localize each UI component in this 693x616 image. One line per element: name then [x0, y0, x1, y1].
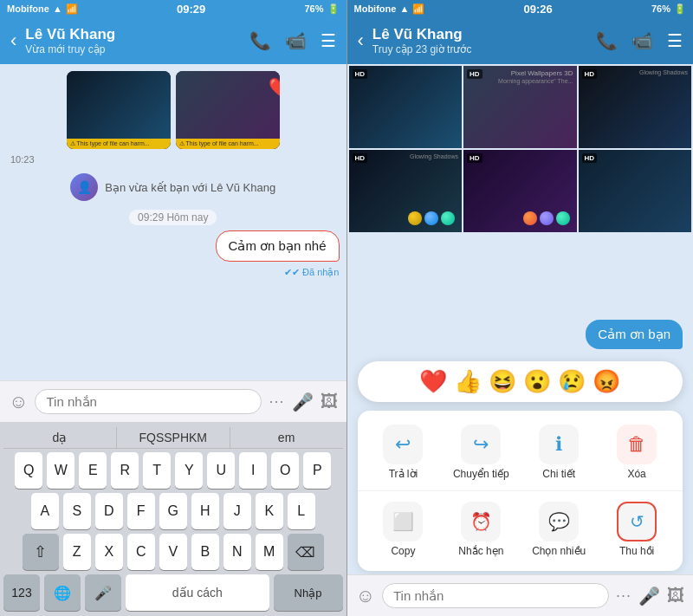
- pred-word-3[interactable]: em: [230, 427, 343, 448]
- right-video-icon[interactable]: 📹: [631, 30, 653, 51]
- key-y[interactable]: Y: [175, 452, 203, 489]
- key-numbers[interactable]: 123: [3, 574, 40, 611]
- wp-cell-3: HD Glowing Shadows: [579, 66, 692, 148]
- right-back-button[interactable]: ‹: [358, 29, 364, 52]
- video-icon[interactable]: 📹: [285, 30, 307, 51]
- key-f[interactable]: F: [127, 493, 155, 529]
- key-x[interactable]: X: [95, 534, 123, 570]
- action-delete[interactable]: 🗑 Xóa: [606, 425, 667, 480]
- key-mic[interactable]: 🎤: [85, 574, 121, 611]
- media-thumb-2[interactable]: HD ⚠ This type of file can harm... ❤️: [176, 71, 280, 149]
- menu-icon[interactable]: ☰: [321, 30, 336, 51]
- reaction-haha[interactable]: 😆: [489, 368, 516, 395]
- reaction-angry[interactable]: 😡: [593, 368, 620, 395]
- key-b[interactable]: B: [191, 534, 219, 570]
- left-battery-level: 76%: [304, 3, 323, 14]
- phone-icon[interactable]: 📞: [249, 30, 271, 51]
- right-message-input[interactable]: [382, 583, 609, 608]
- key-o[interactable]: O: [271, 452, 299, 489]
- action-copy[interactable]: ⬜ Copy: [372, 502, 433, 557]
- key-z[interactable]: Z: [63, 534, 91, 570]
- reaction-wow[interactable]: 😮: [523, 368, 551, 395]
- detail-icon-wrap: ℹ: [539, 425, 579, 464]
- key-u[interactable]: U: [207, 452, 235, 489]
- key-s[interactable]: S: [63, 493, 91, 529]
- key-t[interactable]: T: [143, 452, 171, 489]
- my-message-bubble: Cảm ơn bạn nhé: [216, 230, 340, 262]
- wp-hd-6: HD: [582, 153, 598, 163]
- key-a[interactable]: A: [31, 493, 59, 529]
- reply-icon: ↩: [395, 433, 411, 456]
- key-c[interactable]: C: [127, 534, 155, 570]
- left-back-button[interactable]: ‹: [10, 29, 16, 52]
- right-mic-button[interactable]: 🎤: [638, 586, 660, 606]
- key-m[interactable]: M: [256, 534, 283, 570]
- left-battery-icon: 🔋: [327, 3, 340, 15]
- key-g[interactable]: G: [159, 493, 187, 529]
- key-w[interactable]: W: [47, 452, 74, 489]
- delete-icon-wrap: 🗑: [617, 425, 657, 464]
- action-forward[interactable]: ↪ Chuyển tiếp: [450, 425, 511, 480]
- pred-word-2[interactable]: FQSSPHKM: [117, 427, 230, 448]
- right-emoji-button[interactable]: ☺: [356, 585, 375, 607]
- key-submit[interactable]: Nhập: [274, 574, 343, 611]
- media-thumb-1[interactable]: HD ⚠ This type of file can harm...: [67, 71, 171, 149]
- right-image-button[interactable]: 🖼: [667, 586, 684, 606]
- key-i[interactable]: I: [239, 452, 267, 489]
- friend-request-msg: 👤 Bạn vừa kết bạn với Lê Vũ Khang: [7, 170, 340, 204]
- key-d[interactable]: D: [95, 493, 123, 529]
- left-more-button[interactable]: ···: [269, 392, 284, 411]
- wp-cell-5: HD: [463, 150, 577, 232]
- keyboard-row-2: A S D F G H J K L: [3, 493, 343, 529]
- copy-icon-wrap: ⬜: [383, 502, 423, 541]
- right-phone-icon[interactable]: 📞: [596, 30, 618, 51]
- key-e[interactable]: E: [79, 452, 107, 489]
- key-v[interactable]: V: [159, 534, 187, 570]
- action-reply[interactable]: ↩ Trả lời: [372, 425, 433, 480]
- left-mic-button[interactable]: 🎤: [292, 392, 314, 412]
- right-battery-level: 76%: [651, 3, 670, 14]
- my-message-text: Cảm ơn bạn nhé: [229, 238, 327, 253]
- reaction-heart[interactable]: ❤️: [419, 368, 447, 395]
- key-q[interactable]: Q: [15, 452, 42, 489]
- right-signal-icon: ▲: [399, 3, 409, 14]
- left-status-right: 76% 🔋: [304, 3, 339, 15]
- friend-avatar: 👤: [70, 173, 98, 201]
- action-remind[interactable]: ⏰ Nhắc hẹn: [450, 502, 511, 557]
- left-status-bar: Mobifone ▲ 📶 09:29 76% 🔋: [0, 0, 346, 17]
- reaction-sad[interactable]: 😢: [558, 368, 586, 395]
- action-row-1: ↩ Trả lời ↪ Chuyển tiếp ℹ Chi tiết 🗑: [358, 414, 683, 490]
- key-space[interactable]: dấu cách: [126, 574, 269, 611]
- right-menu-icon[interactable]: ☰: [667, 30, 683, 51]
- left-time: 09:29: [177, 3, 205, 16]
- left-status-left: Mobifone ▲ 📶: [7, 3, 78, 15]
- left-message-input[interactable]: [35, 389, 262, 414]
- harm-warning-1: ⚠ This type of file can harm...: [67, 139, 171, 149]
- key-l[interactable]: L: [288, 493, 315, 529]
- right-more-button[interactable]: ···: [616, 587, 631, 605]
- left-image-button[interactable]: 🖼: [321, 392, 338, 412]
- key-globe[interactable]: 🌐: [44, 574, 81, 611]
- read-status-text: Đã nhận: [302, 267, 339, 278]
- action-select[interactable]: 💬 Chọn nhiều: [528, 502, 589, 557]
- action-detail[interactable]: ℹ Chi tiết: [528, 425, 589, 480]
- key-backspace[interactable]: ⌫: [288, 534, 324, 570]
- left-contact-status: Vừa mới truy cập: [25, 43, 240, 55]
- pred-word-1[interactable]: dạ: [3, 427, 117, 448]
- action-unsend[interactable]: ↺ Thu hồi: [606, 502, 667, 557]
- remind-label: Nhắc hẹn: [458, 545, 503, 557]
- wp-cell-2: HD Pixel Wallpapers 3DMorning appearance…: [463, 66, 577, 148]
- reaction-thumbsup[interactable]: 👍: [454, 368, 482, 395]
- key-r[interactable]: R: [111, 452, 139, 489]
- key-j[interactable]: J: [223, 493, 251, 529]
- left-panel: Mobifone ▲ 📶 09:29 76% 🔋 ‹ Lê Vũ Khang V…: [0, 0, 346, 616]
- left-header-info: Lê Vũ Khang Vừa mới truy cập: [25, 26, 240, 55]
- key-n[interactable]: N: [223, 534, 251, 570]
- left-emoji-button[interactable]: ☺: [9, 391, 28, 413]
- key-h[interactable]: H: [191, 493, 219, 529]
- key-shift[interactable]: ⇧: [23, 534, 59, 570]
- key-p[interactable]: P: [303, 452, 331, 489]
- unsend-label: Thu hồi: [619, 545, 654, 557]
- key-k[interactable]: K: [256, 493, 283, 529]
- right-header: ‹ Lê Vũ Khang Truy cập 23 giờ trước 📞 📹 …: [347, 17, 694, 64]
